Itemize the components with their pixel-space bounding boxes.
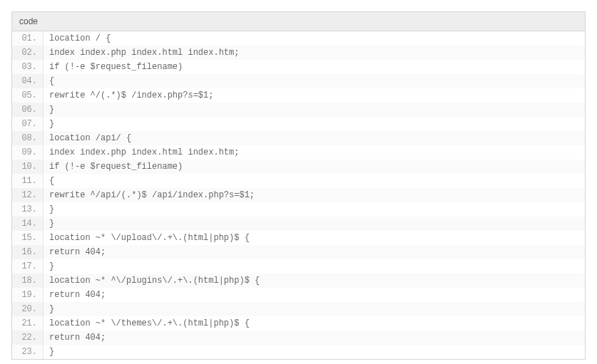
line-number: 04. [12, 74, 44, 88]
line-number: 22. [12, 331, 44, 345]
line-text: rewrite ^/(.*)$ /index.php?s=$1; [44, 88, 585, 103]
line-text: location /api/ { [44, 131, 585, 145]
line-text: } [44, 217, 585, 231]
line-text: if (!-e $request_filename) [44, 160, 585, 174]
line-number: 15. [12, 231, 44, 245]
code-line: 12.rewrite ^/api/(.*)$ /api/index.php?s=… [12, 188, 585, 202]
line-text: { [44, 174, 585, 188]
line-text: return 404; [44, 245, 585, 259]
code-line: 22.return 404; [12, 331, 585, 345]
line-number: 23. [12, 345, 44, 359]
line-number: 18. [12, 274, 44, 288]
line-text: location ~* ^\/plugins\/.+\.(html|php)$ … [44, 274, 585, 288]
line-number: 05. [12, 88, 44, 103]
code-line: 01.location / { [12, 31, 585, 46]
code-header: code [12, 12, 585, 31]
code-line: 08.location /api/ { [12, 131, 585, 145]
code-line: 16.return 404; [12, 245, 585, 259]
line-text: } [44, 259, 585, 274]
line-text: } [44, 117, 585, 131]
line-text: } [44, 103, 585, 117]
line-text: if (!-e $request_filename) [44, 60, 585, 74]
line-number: 19. [12, 288, 44, 302]
code-line: 17.} [12, 259, 585, 274]
code-line: 23.} [12, 345, 585, 359]
line-text: location ~* \/upload\/.+\.(html|php)$ { [44, 231, 585, 245]
code-line: 06.} [12, 103, 585, 117]
code-line: 15.location ~* \/upload\/.+\.(html|php)$… [12, 231, 585, 245]
line-number: 14. [12, 217, 44, 231]
code-line: 03.if (!-e $request_filename) [12, 60, 585, 74]
line-number: 17. [12, 259, 44, 274]
code-line: 07.} [12, 117, 585, 131]
code-line: 04.{ [12, 74, 585, 88]
line-number: 13. [12, 202, 44, 217]
line-number: 12. [12, 188, 44, 202]
code-line: 05.rewrite ^/(.*)$ /index.php?s=$1; [12, 88, 585, 103]
line-text: index index.php index.html index.htm; [44, 145, 585, 160]
line-text: location ~* \/themes\/.+\.(html|php)$ { [44, 316, 585, 331]
code-line: 20.} [12, 302, 585, 316]
line-number: 06. [12, 103, 44, 117]
line-number: 11. [12, 174, 44, 188]
line-number: 08. [12, 131, 44, 145]
code-line: 09.index index.php index.html index.htm; [12, 145, 585, 160]
line-text: } [44, 202, 585, 217]
line-text: } [44, 302, 585, 316]
code-line: 19.return 404; [12, 288, 585, 302]
line-text: location / { [44, 31, 585, 46]
code-line: 11.{ [12, 174, 585, 188]
line-number: 09. [12, 145, 44, 160]
code-header-title: code [19, 16, 38, 26]
line-number: 02. [12, 46, 44, 60]
line-number: 10. [12, 160, 44, 174]
code-line: 18.location ~* ^\/plugins\/.+\.(html|php… [12, 274, 585, 288]
code-line: 02.index index.php index.html index.htm; [12, 46, 585, 60]
line-number: 20. [12, 302, 44, 316]
code-line: 14.} [12, 217, 585, 231]
line-number: 07. [12, 117, 44, 131]
code-block: code 01.location / { 02.index index.php … [11, 11, 586, 360]
code-body: 01.location / { 02.index index.php index… [12, 31, 585, 359]
line-text: return 404; [44, 331, 585, 345]
code-line: 21.location ~* \/themes\/.+\.(html|php)$… [12, 316, 585, 331]
code-line: 13.} [12, 202, 585, 217]
line-number: 16. [12, 245, 44, 259]
line-number: 21. [12, 316, 44, 331]
line-text: } [44, 345, 585, 359]
line-text: index index.php index.html index.htm; [44, 46, 585, 60]
line-text: { [44, 74, 585, 88]
line-number: 01. [12, 31, 44, 46]
line-number: 03. [12, 60, 44, 74]
line-text: rewrite ^/api/(.*)$ /api/index.php?s=$1; [44, 188, 585, 202]
code-line: 10.if (!-e $request_filename) [12, 160, 585, 174]
line-text: return 404; [44, 288, 585, 302]
